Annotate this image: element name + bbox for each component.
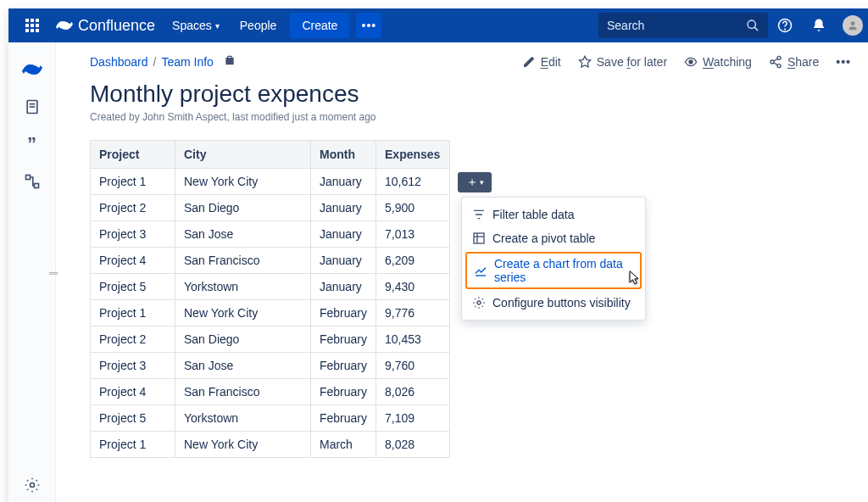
table-row: Project 3San JoseFebruary9,760 (91, 353, 450, 379)
breadcrumb-team-info[interactable]: Team Info (161, 55, 213, 69)
pages-icon[interactable] (15, 90, 49, 124)
page-more-actions[interactable]: ••• (836, 55, 851, 69)
cell-project: Project 3 (91, 353, 175, 379)
cell-month: January (311, 169, 376, 195)
search-icon (746, 19, 760, 32)
table-row: Project 1New York CityJanuary10,612 (91, 169, 450, 195)
svg-point-3 (785, 29, 786, 30)
nav-people[interactable]: People (230, 8, 287, 42)
cell-expenses: 10,453 (376, 326, 450, 353)
cell-project: Project 2 (91, 195, 175, 221)
page-byline: Created by John Smith Aspect, last modif… (90, 111, 851, 123)
page-title: Monthly project expences (90, 81, 851, 108)
cell-expenses: 9,760 (376, 353, 450, 379)
cell-city: New York City (175, 169, 311, 195)
table-add-menu-trigger[interactable]: ＋▾ (458, 172, 492, 192)
svg-point-14 (777, 64, 781, 67)
table-row: Project 2San DiegoFebruary10,453 (91, 326, 450, 353)
notifications-icon[interactable] (805, 12, 832, 39)
filter-icon (472, 208, 486, 221)
col-month: Month (311, 141, 376, 169)
menu-filter-table[interactable]: Filter table data (462, 203, 645, 226)
col-project: Project (91, 141, 175, 169)
space-logo-icon[interactable] (15, 53, 49, 86)
cell-month: January (311, 248, 376, 274)
cell-project: Project 4 (91, 379, 175, 405)
cell-expenses: 6,209 (376, 248, 450, 274)
svg-point-11 (689, 60, 693, 64)
svg-line-16 (774, 63, 778, 65)
breadcrumb: Dashboard / Team Info (90, 54, 236, 69)
cell-month: February (311, 405, 376, 432)
cell-city: San Jose (175, 353, 311, 379)
save-for-later-button[interactable]: Save for later (578, 55, 667, 69)
svg-point-21 (477, 301, 481, 304)
pivot-table-icon (472, 231, 486, 245)
svg-line-15 (774, 59, 778, 61)
cell-expenses: 9,430 (376, 274, 450, 300)
svg-rect-8 (25, 176, 30, 180)
search-input[interactable]: Search (598, 13, 768, 38)
cell-expenses: 8,028 (376, 432, 450, 458)
settings-gear-icon[interactable] (15, 468, 49, 502)
cell-month: January (311, 221, 376, 248)
cell-project: Project 5 (91, 405, 175, 432)
nav-spaces[interactable]: Spaces▾ (162, 8, 230, 42)
cell-city: San Diego (175, 195, 311, 221)
menu-configure-buttons[interactable]: Configure buttons visibility (462, 291, 645, 315)
cell-month: January (311, 195, 376, 221)
cell-city: San Jose (175, 221, 311, 248)
plus-icon: ＋ (466, 175, 478, 190)
confluence-logo[interactable]: Confluence (56, 17, 155, 35)
cell-expenses: 8,026 (376, 379, 450, 405)
share-button[interactable]: Share (769, 55, 819, 69)
table-row: Project 3San JoseJanuary7,013 (91, 221, 450, 248)
chevron-down-icon: ▾ (215, 21, 220, 31)
cell-city: Yorkstown (175, 274, 311, 300)
cell-city: San Francisco (175, 248, 311, 274)
cell-month: February (311, 353, 376, 379)
cell-city: San Francisco (175, 379, 311, 405)
product-name: Confluence (78, 17, 155, 35)
cell-month: January (311, 274, 376, 300)
watching-button[interactable]: Watching (684, 55, 752, 69)
cell-city: San Diego (175, 326, 311, 353)
cell-project: Project 2 (91, 326, 175, 353)
expenses-table: Project City Month Expenses Project 1New… (90, 140, 450, 458)
cell-city: New York City (175, 432, 311, 458)
restrictions-icon[interactable] (224, 54, 236, 69)
cell-month: February (311, 379, 376, 405)
table-row: Project 1New York CityMarch8,028 (91, 432, 450, 458)
menu-create-pivot[interactable]: Create a pivot table (462, 226, 645, 250)
tree-icon[interactable] (15, 165, 49, 198)
table-row: Project 5YorkstownJanuary9,430 (91, 274, 450, 300)
col-expenses: Expenses (376, 141, 450, 169)
more-actions-button[interactable]: ••• (356, 13, 381, 38)
profile-avatar[interactable] (839, 12, 866, 39)
blog-icon[interactable]: ” (15, 127, 49, 161)
page-actions-toolbar: Edit Save for later Watching Share ••• (522, 55, 851, 69)
create-button[interactable]: Create (290, 13, 349, 38)
cell-expenses: 7,109 (376, 405, 450, 432)
cell-month: March (311, 432, 376, 458)
svg-rect-9 (34, 184, 38, 188)
table-row: Project 2San DiegoJanuary5,900 (91, 195, 450, 221)
menu-create-chart[interactable]: Create a chart from data series (465, 252, 642, 289)
cell-project: Project 1 (91, 169, 175, 195)
cell-project: Project 1 (91, 432, 175, 458)
table-row: Project 4San FranciscoFebruary8,026 (91, 379, 450, 405)
cell-city: New York City (175, 300, 311, 326)
help-icon[interactable] (771, 12, 798, 39)
table-row: Project 5YorkstownFebruary7,109 (91, 405, 450, 432)
chart-icon (474, 264, 487, 277)
svg-point-4 (851, 21, 855, 25)
cell-project: Project 5 (91, 274, 175, 300)
svg-point-10 (30, 483, 34, 488)
chevron-down-icon: ▾ (480, 178, 484, 187)
edit-button[interactable]: Edit (522, 55, 561, 69)
breadcrumb-dashboard[interactable]: Dashboard (90, 55, 148, 69)
cell-expenses: 5,900 (376, 195, 450, 221)
table-row: Project 1New York CityFebruary9,776 (91, 300, 450, 326)
svg-point-0 (748, 20, 755, 28)
app-switcher-icon[interactable] (22, 15, 42, 36)
